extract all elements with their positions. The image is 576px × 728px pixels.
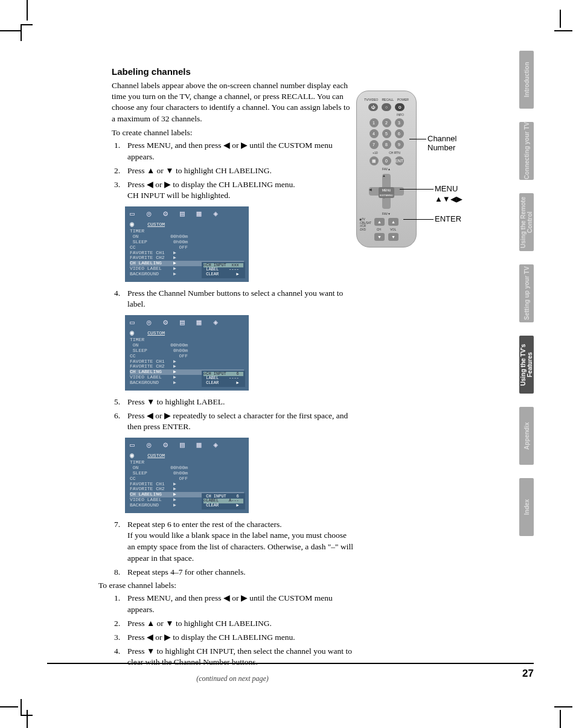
create-steps: Press MENU, and then press ◀ or ▶ until … [112,140,353,202]
tab-index: Index [519,478,534,536]
footer-rule [47,663,534,664]
erase-steps: Press MENU, and then press ◀ or ▶ until … [112,593,353,668]
callout-menu: MENU [435,184,458,193]
step-3: Press ◀ or ▶ to display the CH LABELING … [112,179,353,202]
dpad-up-icon: ▲ [382,174,391,187]
tab-introduction: Introduction [519,51,534,109]
callout-enter: ENTER [435,214,461,223]
erase-step-4: Press ▼ to highlight CH INPUT, then sele… [112,646,353,669]
step-4: Press the Channel Number buttons to sele… [112,288,353,311]
tab-appendix: Appendix [519,407,534,465]
step-6: Press ◀ or ▶ repeatedly to select a char… [112,410,353,433]
callout-arrows: ▲▼◀▶ [435,194,462,203]
step-5: Press ▼ to highlight LABEL. [112,397,353,408]
callout-channel-number: Channel Number [427,134,477,152]
side-tabs: Introduction Connecting your TV Using th… [519,51,534,549]
create-steps-cont3: Repeat step 6 to enter the rest of the c… [112,519,353,578]
create-steps-cont2: Press ▼ to highlight LABEL. Press ◀ or ▶… [112,397,353,433]
erase-step-2: Press ▲ or ▼ to highlight CH LABELING. [112,618,353,630]
tab-remote: Using the Remote Control [519,193,534,251]
step-2: Press ▲ or ▼ to highlight CH LABELING. [112,165,353,177]
main-content: Labeling channels Channel labels appear … [112,66,353,683]
erase-step-3: Press ◀ or ▶ to display the CH LABELING … [112,632,353,643]
osd-figure-3: ▭ ◎ ⚙ ▤ ▦ ◈ ◉CUSTOM TIMER ON 00h00m SLEE… [125,438,249,512]
section-heading: Labeling channels [112,66,353,77]
erase-lead: To erase channel labels: [98,581,353,590]
intro-paragraph: Channel labels appear above the on-scree… [112,80,353,124]
erase-step-1: Press MENU, and then press ◀ or ▶ until … [112,593,353,616]
tab-setting-up: Setting up your TV [519,264,534,322]
remote-diagram: TV/VIDEORECALLPOWER ⏻○⭘ INFO 123 456 789… [356,91,477,247]
create-steps-cont1: Press the Channel Number buttons to sele… [112,288,353,311]
continued-note: (continued on next page) [112,674,353,683]
create-lead: To create channel labels: [112,128,353,138]
step-1: Press MENU, and then press ◀ or ▶ until … [112,140,353,163]
step-8: Repeat steps 4–7 for other channels. [112,567,353,578]
tab-features: Using the TV's Features [519,336,534,394]
page-number: 27 [522,668,534,680]
osd-figure-2: ▭ ◎ ⚙ ▤ ▦ ◈ ◉CUSTOM TIMER ON 00h00m SLEE… [125,315,249,390]
osd-figure-1: ▭ ◎ ⚙ ▤ ▦ ◈ ◉CUSTOM TIMER ON 00h00m SLEE… [125,206,249,281]
tab-connecting: Connecting your TV [519,122,534,180]
step-7: Repeat step 6 to enter the rest of the c… [112,519,353,565]
